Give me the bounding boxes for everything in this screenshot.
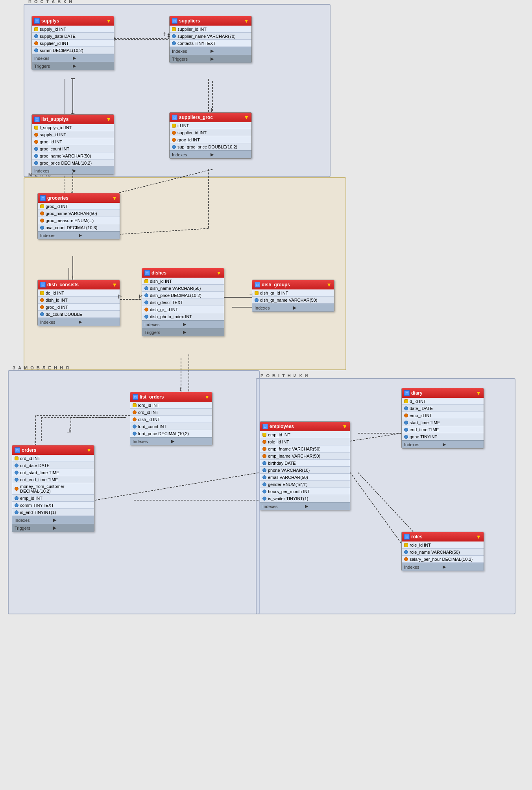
field-name: comm TINYTEXT <box>20 503 54 508</box>
table-row: dc_count DOUBLE <box>38 311 120 318</box>
table-supplys-icon: □ <box>34 18 40 24</box>
table-dish-groups-body: dish_gr_id INT dish_gr_name VARCHAR(50) <box>252 289 334 304</box>
field-name: groc_count INT <box>40 147 69 151</box>
field-name: supply_id INT <box>40 132 66 137</box>
table-diary-header: □ diary ▼ <box>402 388 484 398</box>
field-icon <box>172 34 176 38</box>
table-row: supply_id INT <box>32 131 114 138</box>
table-dish-consists-header: □ dish_consists ▼ <box>38 280 120 289</box>
table-roles-body: role_id INT role_name VARCHAR(50) salary… <box>402 542 484 563</box>
field-name: sup_groc_price DOUBLE(10,2) <box>177 145 237 149</box>
table-list-orders-indexes[interactable]: Indexes ▶ <box>130 437 212 445</box>
table-orders-body: ord_id INT ord_date DATE ord_start_time … <box>12 455 94 516</box>
table-suppliers-groc-indexes[interactable]: Indexes ▶ <box>170 150 251 158</box>
table-list-orders-arrow: ▼ <box>204 394 210 400</box>
footer-arrow: ▶ <box>443 564 481 569</box>
table-row: gone TINYINT <box>402 433 484 440</box>
table-employees-indexes[interactable]: Indexes ▶ <box>260 502 350 510</box>
table-orders-indexes[interactable]: Indexes ▶ <box>12 516 94 524</box>
field-name: groc_price DECIMAL(10,2) <box>40 161 92 165</box>
table-list-supplys-body: l_supplys_id INT supply_id INT groc_id I… <box>32 124 114 167</box>
table-dish-consists-icon: □ <box>40 282 46 287</box>
table-row: supply_date DATE <box>32 33 114 40</box>
footer-indexes-label: Indexes <box>40 233 79 238</box>
footer-arrow: ▶ <box>443 442 481 447</box>
field-name: groc_name VARCHAR(50) <box>40 154 91 158</box>
diagram-container: П О С Т А В К И М Е Н Ю З А М О В Л Е Н … <box>0 0 532 790</box>
field-name: email VARCHAR(50) <box>268 475 308 480</box>
table-dishes-triggers[interactable]: Triggers ▶ <box>142 328 224 336</box>
field-icon <box>255 298 259 302</box>
fk-icon <box>262 440 266 444</box>
table-row: comm TINYTEXT <box>12 502 94 509</box>
table-row: supplier_name VARCHAR(70) <box>170 33 251 40</box>
table-row: hours_per_month INT <box>260 488 350 495</box>
table-row: dish_id INT <box>142 278 224 285</box>
table-dishes-indexes[interactable]: Indexes ▶ <box>142 320 224 328</box>
footer-arrow: ▶ <box>73 168 111 173</box>
field-name: dish_name VARCHAR(50) <box>150 286 201 291</box>
field-icon <box>262 475 266 479</box>
key-icon <box>255 291 259 295</box>
field-name: ava_count DECIMAL(10,3) <box>46 225 97 230</box>
field-icon <box>15 503 18 507</box>
field-icon <box>34 154 38 158</box>
field-name: gender ENUM('m','f') <box>268 482 308 487</box>
table-list-supplys-arrow: ▼ <box>106 116 111 122</box>
field-icon <box>15 464 18 467</box>
field-name: emp_id INT <box>20 496 42 501</box>
field-name: salary_per_hour DECIMAL(10,2) <box>410 557 473 562</box>
field-name: ord_start_time TIME <box>20 470 59 475</box>
table-row: dish_id INT <box>130 416 212 423</box>
table-list-orders-icon: □ <box>133 394 138 400</box>
table-diary-indexes[interactable]: Indexes ▶ <box>402 440 484 448</box>
field-name: gone TINYINT <box>410 434 437 439</box>
table-row: dish_gr_name VARCHAR(50) <box>252 297 334 304</box>
table-suppliers-indexes[interactable]: Indexes ▶ <box>170 47 251 55</box>
group-zamovlennya-label: З А М О В Л Е Н Н Я <box>13 365 70 370</box>
table-row: dish_name VARCHAR(50) <box>142 285 224 292</box>
footer-arrow: ▶ <box>53 517 92 523</box>
table-row: money_from_customer DECIMAL(10,2) <box>12 483 94 495</box>
table-orders-title: orders <box>22 447 36 453</box>
table-row: date_ DATE <box>402 405 484 412</box>
field-icon <box>133 432 137 436</box>
table-roles-indexes[interactable]: Indexes ▶ <box>402 563 484 571</box>
footer-arrow: ▶ <box>73 63 111 69</box>
table-list-supplys-indexes[interactable]: Indexes ▶ <box>32 167 114 174</box>
fk-icon <box>404 557 408 561</box>
field-name: supplier_id INT <box>177 27 207 32</box>
field-name: emp_fname VARCHAR(50) <box>268 447 321 451</box>
table-supplys-indexes[interactable]: Indexes ▶ <box>32 54 114 62</box>
field-name: dish_id INT <box>46 298 68 302</box>
table-orders-triggers[interactable]: Triggers ▶ <box>12 524 94 532</box>
table-row: ord_id INT <box>130 409 212 416</box>
key-icon <box>15 456 18 460</box>
field-name: ord_id INT <box>20 456 40 461</box>
table-row: d_id INT <box>402 398 484 405</box>
table-roles-title: roles <box>411 534 423 540</box>
table-row: summ DECIMAL(10,2) <box>32 47 114 54</box>
table-dishes-header: □ dishes ▼ <box>142 268 224 278</box>
field-name: supplier_id INT <box>177 130 207 135</box>
footer-indexes-label: Indexes <box>40 320 79 325</box>
key-icon <box>262 433 266 437</box>
table-dish-consists-indexes[interactable]: Indexes ▶ <box>38 318 120 326</box>
table-supplys-triggers[interactable]: Triggers ▶ <box>32 62 114 70</box>
field-icon <box>144 293 148 297</box>
field-icon <box>34 147 38 151</box>
footer-indexes-label: Indexes <box>133 439 171 444</box>
table-dish-groups-indexes[interactable]: Indexes ▶ <box>252 304 334 312</box>
field-name: groc_name VARCHAR(50) <box>46 211 97 216</box>
fk-icon <box>34 41 38 45</box>
fk-icon <box>404 414 408 417</box>
table-list-orders: □ list_orders ▼ lord_id INT ord_id INT d… <box>130 392 212 445</box>
table-suppliers-triggers[interactable]: Triggers ▶ <box>170 55 251 63</box>
field-name: supplier_id INT <box>40 41 69 46</box>
table-groceries-indexes[interactable]: Indexes ▶ <box>38 231 120 239</box>
field-name: supply_id INT <box>40 27 66 32</box>
footer-indexes-label: Indexes <box>404 442 443 447</box>
footer-indexes-label: Indexes <box>15 518 53 523</box>
fk-icon <box>133 417 137 421</box>
table-suppliers-body: supplier_id INT supplier_name VARCHAR(70… <box>170 26 251 47</box>
